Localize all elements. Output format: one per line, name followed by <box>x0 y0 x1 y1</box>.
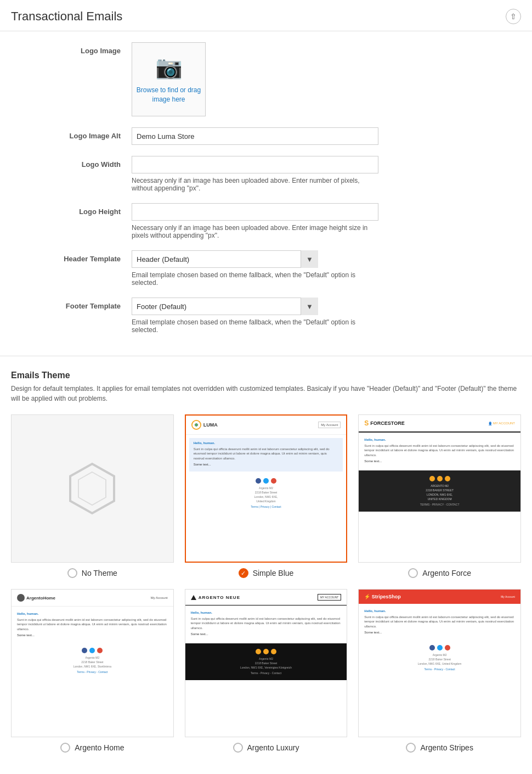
logo-image-row: Logo Image 📷 Browse to find or drag imag… <box>11 42 521 116</box>
logo-image-alt-input[interactable] <box>132 127 378 145</box>
footer-template-row: Footer Template Footer (Default) ▼ Email… <box>11 298 521 334</box>
no-theme-label: No Theme <box>82 569 117 577</box>
argento-home-body: Hello, human. Sunt in culpa qui officia … <box>12 607 173 644</box>
logo-height-row: Logo Height Necessary only if an image h… <box>11 203 521 239</box>
logo-width-row: Logo Width Necessary only if an image ha… <box>11 156 521 192</box>
transactional-emails-form: Logo Image 📷 Browse to find or drag imag… <box>0 31 532 350</box>
home-logo-icon <box>17 594 25 602</box>
force-logo: S FORCESTORE <box>364 419 404 427</box>
logo-image-alt-field <box>132 127 521 145</box>
argento-force-label: Argento Force <box>422 569 471 577</box>
no-theme-icon-container <box>12 415 173 562</box>
svg-point-3 <box>195 423 197 426</box>
page-header: Transactional Emails ⇧ <box>0 0 532 31</box>
argento-home-label: Argento Home <box>75 743 124 752</box>
luma-logo: LUMA <box>191 420 218 430</box>
facebook-icon <box>256 649 261 654</box>
logo-height-label: Logo Height <box>11 203 132 216</box>
footer-template-note: Email template chosen based on theme fal… <box>132 318 378 334</box>
header-template-select[interactable]: Header (Default) <box>132 250 318 268</box>
argento-force-footer: ARGENTO M22218 BAKER STREETLONDON, NW1 6… <box>359 470 520 512</box>
collapse-button[interactable]: ⇧ <box>506 9 521 24</box>
magento-hexagon-icon <box>65 461 120 516</box>
logo-height-note: Necessary only if an image has been uplo… <box>132 224 378 239</box>
twitter-icon <box>437 476 443 481</box>
argento-luxury-radio[interactable] <box>233 743 243 753</box>
theme-preview-argento-stripes[interactable]: ⚡ StripesShop My Account Hello, human. S… <box>358 589 521 737</box>
stripes-logo: ⚡ StripesShop <box>364 594 401 599</box>
simple-blue-radio[interactable] <box>239 568 248 578</box>
logo-width-input[interactable] <box>132 156 378 173</box>
simple-blue-radio-row[interactable]: Simple Blue <box>239 568 294 578</box>
googleplus-icon <box>445 645 450 650</box>
force-social-icons <box>364 476 515 481</box>
theme-preview-simple-blue[interactable]: LUMA My Account Hello, human. Sunt in cu… <box>185 414 348 563</box>
camera-icon: 📷 <box>155 54 183 80</box>
logo-height-input[interactable] <box>132 203 378 221</box>
section-divider <box>0 356 532 356</box>
simple-blue-body: Hello, human. Sunt in culpa qui officia … <box>189 438 343 472</box>
twitter-icon <box>263 649 269 654</box>
theme-card-no-theme: No Theme <box>11 414 174 578</box>
theme-preview-argento-home[interactable]: ArgentoHome My Account Hello, human. Sun… <box>11 589 174 737</box>
footer-template-select-wrapper: Footer (Default) ▼ <box>132 298 318 315</box>
logo-image-alt-label: Logo Image Alt <box>11 127 132 140</box>
header-template-select-wrapper: Header (Default) ▼ <box>132 250 318 268</box>
emails-theme-description: Design for default templates. It applies… <box>11 384 521 403</box>
theme-grid: No Theme LUMA <box>11 414 521 753</box>
emails-theme-title: Emails Theme <box>11 371 521 380</box>
twitter-icon <box>89 648 95 653</box>
argento-force-radio[interactable] <box>408 568 418 578</box>
googleplus-icon <box>97 648 103 653</box>
theme-card-argento-force: S FORCESTORE 👤 MY ACCOUNT Hello, human. … <box>358 414 521 578</box>
googleplus-icon <box>271 478 276 484</box>
footer-template-label: Footer Template <box>11 298 132 310</box>
footer-template-field: Footer (Default) ▼ Email template chosen… <box>132 298 521 334</box>
no-theme-radio[interactable] <box>67 568 77 578</box>
theme-preview-argento-luxury[interactable]: ARGENTO NEUE MY ACCOUNT Hello, human. Su… <box>185 589 348 737</box>
facebook-icon <box>256 478 261 484</box>
argento-force-email-preview: S FORCESTORE 👤 MY ACCOUNT Hello, human. … <box>359 415 520 562</box>
logo-image-label: Logo Image <box>11 42 132 55</box>
logo-image-alt-row: Logo Image Alt <box>11 127 521 145</box>
luxury-logo: ARGENTO NEUE <box>191 595 240 600</box>
argento-luxury-body: Hello, human. Sunt in culpa qui officia … <box>185 605 347 643</box>
argento-home-radio-row[interactable]: Argento Home <box>60 743 124 753</box>
simple-blue-label: Simple Blue <box>253 569 294 577</box>
stripes-my-account: My Account <box>501 595 515 598</box>
twitter-icon <box>437 645 443 650</box>
googleplus-icon <box>271 649 276 654</box>
emails-theme-section: Emails Theme Design for default template… <box>0 365 532 764</box>
theme-card-argento-home: ArgentoHome My Account Hello, human. Sun… <box>11 589 174 753</box>
argento-luxury-footer: Argento M22218 Baker StreetLondon, NW1 6… <box>185 643 347 680</box>
argento-stripes-radio-row[interactable]: Argento Stripes <box>406 743 473 753</box>
argento-luxury-radio-row[interactable]: Argento Luxury <box>233 743 299 753</box>
logo-height-field: Necessary only if an image has been uplo… <box>132 203 521 239</box>
header-template-label: Header Template <box>11 250 132 263</box>
simple-blue-my-account: My Account <box>318 422 341 428</box>
theme-preview-no-theme[interactable] <box>11 414 174 563</box>
footer-template-select[interactable]: Footer (Default) <box>132 298 318 315</box>
argento-force-body: Hello, human. Sunt in culpa qui officia … <box>359 433 520 470</box>
header-template-note: Email template chosen based on theme fal… <box>132 271 378 287</box>
page-title: Transactional Emails <box>11 9 122 24</box>
argento-home-radio[interactable] <box>60 743 70 753</box>
luxury-social-icons <box>191 649 342 654</box>
argento-force-radio-row[interactable]: Argento Force <box>408 568 471 578</box>
argento-stripes-body: Hello, human. Sunt in culpa qui officia … <box>359 604 520 642</box>
argento-luxury-header: ARGENTO NEUE MY ACCOUNT <box>185 590 347 605</box>
force-my-account: 👤 MY ACCOUNT <box>488 422 515 425</box>
argento-home-header: ArgentoHome My Account <box>12 590 173 607</box>
argento-home-email-preview: ArgentoHome My Account Hello, human. Sun… <box>12 590 173 737</box>
home-logo: ArgentoHome <box>17 594 55 602</box>
svg-marker-1 <box>78 472 106 505</box>
browse-label: Browse to find or drag image here <box>132 86 205 104</box>
no-theme-radio-row[interactable]: No Theme <box>67 568 117 578</box>
svg-marker-0 <box>70 464 114 513</box>
argento-stripes-radio[interactable] <box>406 743 416 753</box>
theme-preview-argento-force[interactable]: S FORCESTORE 👤 MY ACCOUNT Hello, human. … <box>358 414 521 563</box>
logo-width-note: Necessary only if an image has been uplo… <box>132 177 378 192</box>
logo-upload-dropzone[interactable]: 📷 Browse to find or drag image here <box>132 42 206 116</box>
argento-stripes-email-preview: ⚡ StripesShop My Account Hello, human. S… <box>359 590 520 737</box>
simple-blue-footer: Argento M22218 Baker StreetLondon, NW1 6… <box>186 475 347 512</box>
